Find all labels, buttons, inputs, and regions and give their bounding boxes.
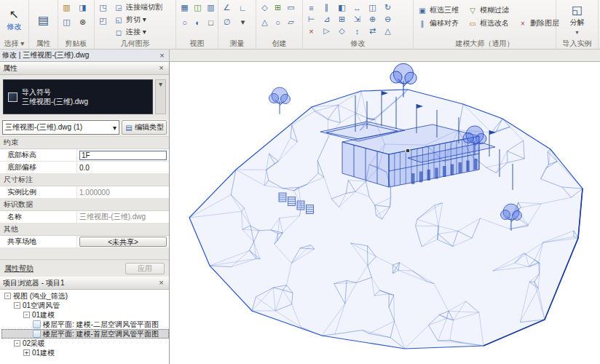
ribbon-group-clipboard: ▥ ◨ ◫ ⊗ 剪贴板 [58,0,95,49]
edit-type-icon: ▤ [125,123,133,132]
box-rename-button[interactable]: ▭ 框选改名 [465,17,511,29]
demolish-icon[interactable]: ↕ [350,25,364,37]
property-label: 底部标高 [0,149,77,161]
measure-angle-icon[interactable]: ∠ [220,1,234,14]
expand-icon[interactable]: + [23,349,30,356]
measure-length-icon[interactable]: ∟ [236,1,250,14]
create-group-icon[interactable]: ▭ [284,1,298,14]
cut-geometry-label: 剪切 ▾ [126,15,146,25]
collapse-icon[interactable]: - [4,293,11,299]
hide-elements-icon[interactable]: ▥ [204,1,218,14]
offset-icon[interactable]: ∥ [320,1,333,14]
project-browser-header[interactable]: 项目浏览器 - 项目1 × [0,277,169,290]
create-similar-icon[interactable]: △ [258,16,272,28]
preview-dropdown-icon[interactable]: ▾ [155,79,166,114]
group-label-view[interactable]: 视图 [176,39,218,49]
shared-site-button[interactable]: <未共享> [79,237,167,247]
tree-item-views[interactable]: - 视图 (鸿业_筛选) [1,291,169,301]
cut-icon[interactable]: ⊗ [76,16,90,28]
match-type-icon[interactable]: ◨ [76,1,90,14]
properties-panel-header[interactable]: 属性 × [0,62,169,75]
mirror-icon[interactable]: ◧ [335,1,349,14]
properties-help-link[interactable]: 属性帮助 [4,264,33,274]
cut-geometry-button[interactable]: ◱ 剪切 ▾ [111,14,165,25]
schedule-icon[interactable]: ▱ [284,16,298,28]
property-section: 标识数据 [0,199,169,211]
reveal-hidden-icon[interactable]: ◐ [191,16,205,28]
split-icon[interactable]: ⊿ [320,13,333,25]
offset-align-button[interactable]: ∥ 偏移对齐 [415,17,461,29]
group-label-measure[interactable]: 测量 [218,39,256,49]
group-label-master[interactable]: 建模大师（通用） [414,39,556,49]
create-assembly-icon[interactable]: ⊞ [271,1,285,14]
properties-button[interactable]: ▤ [31,1,56,39]
mode-bar-close-button[interactable]: × [157,51,167,60]
tree-item-plan-level2[interactable]: 楼层平面: 建模-二层空调风管平面图 [1,320,169,329]
type-preview-box[interactable]: 导入符号 三维视图-(三维).dwg [3,79,153,114]
match-properties-icon[interactable]: ▷ [320,25,333,37]
join-geometry-button[interactable]: ◻ 连接 ▾ [111,26,165,38]
copy-to-clipboard-icon[interactable]: ◫ [60,16,74,28]
visibility-graphics-icon[interactable]: ◫ [191,1,205,14]
paint-icon[interactable]: ◇ [335,25,349,37]
rotate-icon[interactable]: ↻ [381,1,395,14]
ribbon-group-select: ↖ 修改 选择 ▾ [0,0,29,49]
project-browser-close-button[interactable]: × [157,278,166,288]
thin-lines-icon[interactable]: ▦ [178,1,192,14]
collapse-icon[interactable]: - [23,312,30,318]
paste-icon[interactable]: ▥ [60,1,74,14]
cut-geometry-icon: ◱ [114,15,124,25]
modify-button[interactable]: ↖ 修改 [1,1,27,39]
dimension-icon[interactable]: ∅ [220,16,234,28]
array-icon[interactable]: ⊞ [335,13,349,25]
unpin-icon[interactable]: ⊖ [381,13,395,25]
group-label-select[interactable]: 选择 ▾ [0,39,28,49]
move-icon[interactable]: ↔ [350,1,364,14]
measure-dropdown-icon[interactable]: ▾ [236,16,250,28]
group-label-create[interactable]: 创建 [256,39,302,49]
scale-icon[interactable]: ⇲ [350,13,364,25]
align-icon[interactable]: ≡ [304,1,318,14]
properties-close-button[interactable]: × [157,63,166,73]
legend-component-icon[interactable]: ○ [271,16,285,28]
temporary-view-icon[interactable]: □ [204,16,218,28]
cut-profile-icon[interactable]: ◰ [96,15,110,27]
delete-layer-button[interactable]: × 删除图层 [516,17,561,29]
group-label-properties[interactable]: 属性 [29,39,58,49]
group-label-geometry[interactable]: 几何图形 [95,39,175,49]
drawing-area[interactable] [170,62,600,364]
ribbon-group-modify: ≡ ∥ ◧ ↔ ◫ ↻ ⊢ ⊿ ⊞ ⇲ ⊕ ⊖ × ▷ ◇ ↕ ⇄ [303,0,414,49]
pin-icon[interactable]: ⊕ [366,13,379,25]
tree-item-modeling[interactable]: - 01建模 [1,310,169,320]
trim-extend-icon[interactable]: ⊢ [304,13,318,25]
apply-button[interactable]: 应用 [125,263,165,274]
collapse-icon[interactable]: - [14,302,20,309]
tree-item-heating-modeling[interactable]: + 01建模 [1,348,169,357]
floor-plan-icon [33,320,41,328]
group-label-import-instance[interactable]: 导入实例 [556,39,598,49]
tree-item-plan-level1[interactable]: 楼层平面: 建模-首层空调风管平面图 [1,329,169,339]
fuzzy-filter-button[interactable]: ▽ 模糊过滤 [465,4,511,16]
explode-button[interactable]: ◱ 分解 ▾ [558,1,596,39]
copy-icon[interactable]: ◫ [366,1,379,14]
3d-view[interactable] [170,62,600,364]
tree-item-heating[interactable]: - 02采暖 [1,339,169,348]
create-parts-icon[interactable]: ◇ [258,1,272,14]
group-label-clipboard[interactable]: 剪贴板 [58,39,94,49]
type-selector-dropdown[interactable]: 三维视图-(三维).dwg (1) ▾ [2,120,119,135]
edit-type-button[interactable]: ▤ 编辑类型 [122,120,167,135]
tree-item-hvac-duct[interactable]: - 01空调风管 [1,301,169,310]
collapse-icon[interactable]: - [14,340,20,347]
isolate-icon[interactable]: ○ [178,16,192,28]
base-offset-value[interactable]: 0.0 [77,162,169,173]
shape-edit-icon[interactable]: △ [381,25,395,37]
join-end-cut-button[interactable]: ◲ 连接端切割 [111,1,165,13]
type-name: 三维视图-(三维).dwg [22,97,88,106]
project-browser: 项目浏览器 - 项目1 × - 视图 (鸿业_筛选) - 01空调风管 - 01… [0,277,169,364]
group-label-modify[interactable]: 修改 [303,39,413,49]
base-level-input[interactable]: 1F [79,151,167,160]
cope-icon[interactable]: ◳ [96,1,110,14]
swap-icon[interactable]: ⇄ [366,25,379,37]
delete-icon[interactable]: × [304,25,318,37]
box-select-3d-button[interactable]: ▣ 框选三维 [415,4,461,16]
